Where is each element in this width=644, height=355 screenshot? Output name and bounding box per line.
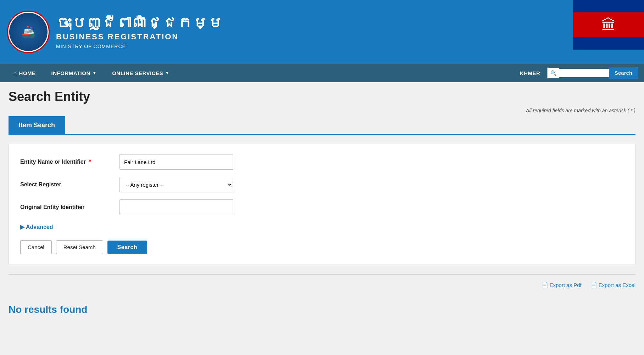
logo-area: 🚢 ចុះបញ្ជីពាណិជ្ជកម្ម BUSINESS REGISTRAT… bbox=[7, 11, 223, 53]
main-content: Search Entity All required fields are ma… bbox=[0, 82, 644, 327]
section-divider bbox=[9, 274, 635, 275]
advanced-label: Advanced bbox=[26, 224, 53, 230]
flag-red: 🏛 bbox=[573, 12, 644, 37]
nav-search-input[interactable] bbox=[559, 69, 609, 77]
angkor-wat-icon: 🏛 bbox=[601, 17, 616, 33]
original-identifier-label: Original Entity Identifier bbox=[20, 204, 120, 210]
export-row: 📄 Export as Pdf 📄 Export as Excel bbox=[9, 279, 635, 291]
nav-search-bar: 🔍 Search bbox=[547, 67, 638, 79]
information-chevron-icon: ▼ bbox=[93, 71, 96, 75]
ministry-label: MINISTRY OF COMMERCE bbox=[56, 44, 223, 49]
form-section: Entity Name or Identifier * Select Regis… bbox=[9, 144, 635, 264]
entity-name-input[interactable] bbox=[120, 154, 233, 170]
nav-online-services-label: ONLINE SERVICES bbox=[112, 70, 163, 76]
advanced-chevron-icon: ▶ bbox=[20, 224, 24, 230]
export-pdf-label: Export as Pdf bbox=[550, 282, 582, 288]
required-note: All required fields are marked with an a… bbox=[9, 108, 635, 113]
reset-search-button[interactable]: Reset Search bbox=[56, 240, 103, 254]
eng-subtitle: BUSINESS REGISTRATION bbox=[56, 32, 223, 41]
flag-blue-top bbox=[573, 0, 644, 12]
cambodia-flag: 🏛 bbox=[573, 0, 644, 50]
select-register-label: Select Register bbox=[20, 181, 120, 188]
select-register-row: Select Register -- Any register -- bbox=[20, 177, 624, 192]
nav-search-icon: 🔍 bbox=[548, 68, 559, 78]
page-title: Search Entity bbox=[9, 89, 635, 104]
khmer-language-link[interactable]: KHMER bbox=[513, 70, 548, 76]
nav-online-services[interactable]: ONLINE SERVICES ▼ bbox=[104, 64, 177, 82]
export-excel-label: Export as Excel bbox=[599, 282, 635, 288]
nav-home-label: HOME bbox=[19, 70, 36, 76]
home-icon: ⌂ bbox=[13, 70, 17, 76]
nav-home[interactable]: ⌂ HOME bbox=[6, 64, 44, 82]
tab-item-search-label: Item Search bbox=[19, 122, 55, 129]
entity-name-label: Entity Name or Identifier * bbox=[20, 159, 120, 165]
advanced-link[interactable]: ▶ Advanced bbox=[20, 224, 53, 230]
export-excel-link[interactable]: 📄 Export as Excel bbox=[590, 282, 635, 288]
nav-information[interactable]: INFORMATION ▼ bbox=[44, 64, 105, 82]
logo-text: ចុះបញ្ជីពាណិជ្ជកម្ម BUSINESS REGISTRATIO… bbox=[56, 15, 223, 49]
search-button[interactable]: Search bbox=[107, 241, 147, 254]
no-results-text: No results found bbox=[9, 300, 635, 320]
flag-blue-bottom bbox=[573, 37, 644, 50]
pdf-icon: 📄 bbox=[541, 282, 548, 288]
logo-inner: 🚢 bbox=[9, 13, 48, 51]
khmer-title: ចុះបញ្ជីពាណិជ្ជកម្ម bbox=[56, 15, 223, 32]
tab-container: Item Search bbox=[9, 116, 635, 135]
original-identifier-row: Original Entity Identifier bbox=[20, 199, 624, 215]
tab-item-search[interactable]: Item Search bbox=[9, 116, 65, 134]
select-register-dropdown[interactable]: -- Any register -- bbox=[120, 177, 233, 192]
cancel-button[interactable]: Cancel bbox=[20, 240, 52, 254]
export-pdf-link[interactable]: 📄 Export as Pdf bbox=[541, 282, 582, 288]
logo-circle: 🚢 bbox=[7, 11, 50, 53]
required-star: * bbox=[89, 159, 91, 165]
original-identifier-input[interactable] bbox=[120, 199, 233, 215]
nav-search-button[interactable]: Search bbox=[609, 67, 638, 79]
button-row: Cancel Reset Search Search bbox=[20, 240, 624, 254]
nav-information-label: INFORMATION bbox=[51, 70, 90, 76]
navbar: ⌂ HOME INFORMATION ▼ ONLINE SERVICES ▼ K… bbox=[0, 64, 644, 82]
online-services-chevron-icon: ▼ bbox=[165, 71, 169, 75]
flag: 🏛 bbox=[573, 0, 644, 50]
logo-ship-icon: 🚢 bbox=[21, 25, 35, 39]
entity-name-row: Entity Name or Identifier * bbox=[20, 154, 624, 170]
excel-icon: 📄 bbox=[590, 282, 597, 288]
page-header: 🚢 ចុះបញ្ជីពាណិជ្ជកម្ម BUSINESS REGISTRAT… bbox=[0, 0, 644, 64]
